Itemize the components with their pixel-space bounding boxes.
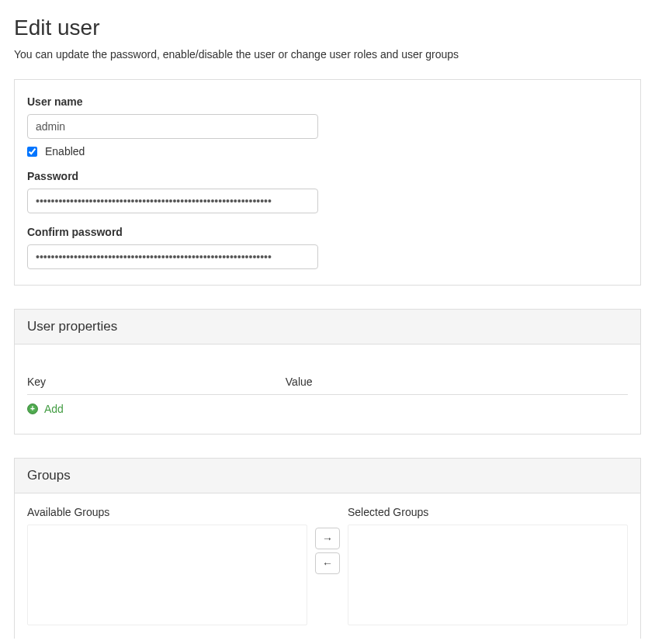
add-property-label: Add — [44, 403, 64, 415]
add-property-button[interactable]: + Add — [27, 395, 628, 418]
password-label: Password — [27, 170, 628, 182]
page-title: Edit user — [14, 16, 641, 40]
confirm-password-input[interactable] — [27, 244, 318, 269]
move-left-button[interactable]: ← — [315, 552, 340, 574]
add-icon: + — [27, 403, 38, 414]
properties-value-header: Value — [286, 369, 628, 395]
selected-groups-select[interactable] — [348, 525, 628, 625]
groups-panel: Groups Available Groups → ← Selected Gro… — [14, 458, 641, 639]
selected-groups-label: Selected Groups — [348, 506, 628, 518]
groups-title: Groups — [15, 459, 640, 493]
page-description: You can update the password, enable/disa… — [14, 48, 641, 61]
username-input[interactable] — [27, 114, 318, 139]
move-right-button[interactable]: → — [315, 528, 340, 549]
username-label: User name — [27, 95, 628, 108]
user-details-panel: User name Enabled Password Confirm passw… — [14, 79, 641, 286]
properties-table: Key Value — [27, 369, 628, 395]
enabled-checkbox[interactable] — [27, 147, 37, 157]
available-groups-select[interactable] — [27, 525, 307, 625]
properties-key-header: Key — [27, 369, 286, 395]
enabled-label: Enabled — [45, 145, 85, 158]
user-properties-panel: User properties Key Value + Add — [14, 309, 641, 435]
confirm-password-label: Confirm password — [27, 226, 628, 238]
user-properties-title: User properties — [15, 310, 640, 345]
password-input[interactable] — [27, 189, 318, 213]
available-groups-label: Available Groups — [27, 506, 307, 518]
